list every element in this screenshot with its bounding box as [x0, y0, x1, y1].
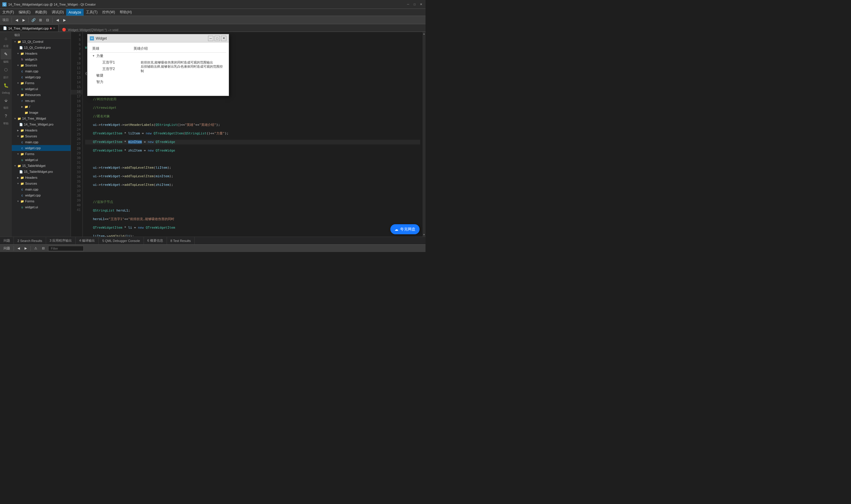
prev-issue-btn[interactable]: ◀	[16, 246, 21, 250]
sidebar-item-widget-cpp2[interactable]: c widget.cpp	[12, 145, 71, 151]
sidebar-item-headers1[interactable]: ▼ 📁 Headers	[12, 51, 71, 56]
label-widget-h: widget.h	[25, 58, 37, 61]
sidebar-item-widget-h[interactable]: h widget.h	[12, 56, 71, 62]
menu-tools[interactable]: 工具(T)	[84, 9, 100, 16]
sidebar-item-headers3[interactable]: ▶ 📁 Headers	[12, 175, 71, 180]
bottom-tab-search[interactable]: 2 Search Results	[14, 237, 46, 244]
filter-input[interactable]	[48, 246, 84, 251]
toolbar-fwd-btn[interactable]: ▶	[20, 17, 27, 23]
maximize-button[interactable]: □	[413, 2, 417, 6]
sidebar-item-headers2[interactable]: ▶ 📁 Headers	[12, 127, 71, 133]
minimize-button[interactable]: ─	[406, 2, 410, 6]
label-qt-control: 13_Qt_Control	[22, 40, 43, 43]
tab-icon: 📄	[3, 26, 7, 30]
close-button[interactable]: ✕	[419, 2, 423, 6]
dialog-row-hero2[interactable]: 王浩宇2 后排辅助法师,能够射出乳白色液体同时造成可观的范围控制	[90, 66, 227, 72]
bottom-tab-qml[interactable]: 5 QML Debugger Console	[99, 237, 144, 244]
toolbar-grid-btn[interactable]: ⊟	[44, 17, 51, 23]
sidebar-design[interactable]: ⬡	[1, 65, 11, 75]
sidebar-item-forms1[interactable]: ▼ 📁 Forms	[12, 80, 71, 86]
sidebar-item-widget-cpp1[interactable]: c widget.cpp	[12, 74, 71, 80]
bottom-tab-issues[interactable]: 问题	[0, 237, 14, 244]
sidebar-item-sources3[interactable]: ▼ 📁 Sources	[12, 180, 71, 186]
sidebar-item-widget-ui2[interactable]: u widget.ui	[12, 157, 71, 163]
sidebar-project[interactable]: ⬙	[1, 95, 11, 106]
sidebar-debug[interactable]: 🐛	[1, 80, 11, 91]
menu-debug[interactable]: 调试(D)	[49, 9, 66, 16]
dialog-col1-header: 英雄	[92, 46, 133, 51]
sidebar-item-image[interactable]: 📁 Image	[12, 110, 71, 115]
sidebar-item-tree-widget-pro[interactable]: 📄 14_Tree_Widget.pro	[12, 122, 71, 127]
sidebar-edit[interactable]: ✎	[1, 49, 11, 59]
tab-close-btn[interactable]: ✕	[53, 26, 55, 30]
cell-hero1-col1: 王浩宇1	[102, 60, 141, 65]
toolbar-link-btn[interactable]: 🔗	[30, 17, 37, 23]
sidebar-item-sources1[interactable]: ▼ 📁 Sources	[12, 62, 71, 68]
sidebar-welcome[interactable]: ⌂	[1, 33, 11, 44]
dialog-close-btn[interactable]: ✕	[221, 36, 227, 41]
sidebar-item-widget-ui3[interactable]: u widget.ui	[12, 204, 71, 210]
folder-headers1-icon: 📁	[20, 51, 24, 56]
label-tree-widget-pro: 14_Tree_Widget.pro	[24, 123, 53, 126]
toolbar-split-btn[interactable]: ⊞	[37, 17, 44, 23]
filter-toggle-btn[interactable]: ⊟	[41, 246, 46, 250]
issues-label[interactable]: 问题	[2, 246, 11, 251]
file-main-cpp2-icon: c	[20, 140, 24, 144]
sidebar-item-table-widget-pro[interactable]: 📄 15_TableWidget.pro	[12, 169, 71, 175]
dialog-row-zhili[interactable]: 智力	[90, 78, 227, 85]
menu-build[interactable]: 构建(B)	[33, 9, 49, 16]
menu-controls[interactable]: 控件(W)	[100, 9, 117, 16]
toolbar-next-btn[interactable]: ▶	[61, 17, 68, 23]
menu-file[interactable]: 文件(F)	[0, 9, 16, 16]
sidebar-item-main-cpp3[interactable]: c main.cpp	[12, 186, 71, 192]
sidebar-item-resources[interactable]: ▼ 📁 Resources	[12, 92, 71, 98]
widget-dialog[interactable]: W Widget ─ □ ✕ 英雄 英雄介绍 ▼ 力量	[87, 34, 229, 96]
dialog-row-liang[interactable]: ▼ 力量	[90, 53, 227, 59]
sidebar-item-widget-ui1[interactable]: u widget.ui	[12, 86, 71, 92]
sidebar-item-slash[interactable]: ▶ 📁 /	[12, 104, 71, 110]
sidebar-item-tree-widget[interactable]: ▼ 📁 14_Tree_Widget	[12, 115, 71, 122]
cell-hero2-col2: 后排辅助法师,能够射出乳白色液体同时造成可观的范围控制	[141, 65, 224, 73]
sidebar-item-qt-control-pro[interactable]: 📄 13_Qt_Control.pro	[12, 44, 71, 51]
toolbar-back-btn[interactable]: ◀	[13, 17, 20, 23]
sidebar-item-res-qrc[interactable]: r res.qrc	[12, 98, 71, 104]
warning-btn[interactable]: ⚠	[33, 246, 38, 250]
sidebar-item-sources2[interactable]: ▼ 📁 Sources	[12, 133, 71, 139]
bottom-tab-app-output[interactable]: 3 应用程序输出	[46, 237, 76, 244]
cell-minjie-col1: 敏捷	[96, 73, 135, 78]
folder-qt-control-icon: 📁	[17, 40, 21, 44]
sidebar-item-main-cpp2[interactable]: c main.cpp	[12, 139, 71, 145]
sidebar-item-forms3[interactable]: ▼ 📁 Forms	[12, 198, 71, 204]
menu-help[interactable]: 帮助(H)	[117, 9, 134, 16]
dialog-minimize-btn[interactable]: ─	[208, 36, 213, 41]
app-icon: Q	[2, 2, 6, 6]
bottom-tab-compile[interactable]: 4 编译输出	[76, 237, 99, 244]
tab-modified-dot	[50, 28, 52, 29]
sidebar-item-widget-cpp3[interactable]: c widget.cpp	[12, 192, 71, 198]
prev-icon: ◀	[17, 246, 20, 250]
toolbar-prev-btn[interactable]: ◀	[54, 17, 60, 23]
menu-analyze[interactable]: Analyze	[66, 9, 84, 16]
bottom-tab-test[interactable]: 8 Test Results	[167, 237, 195, 244]
bottom-tab-summary[interactable]: 6 概要信息	[144, 237, 167, 244]
arrow-sources2: ▼	[16, 135, 20, 138]
scroll-down-icon[interactable]: ▼	[423, 233, 425, 236]
scroll-up-icon[interactable]: ▲	[423, 33, 425, 35]
bottom-panel: 问题 2 Search Results 3 应用程序输出 4 编译输出 5 QM…	[0, 237, 426, 244]
toolbar-sep-3	[52, 17, 53, 23]
arrow-table-widget: ▼	[13, 165, 17, 167]
menu-edit[interactable]: 编辑(E)	[16, 9, 33, 16]
next-icon: ▶	[24, 246, 27, 250]
sidebar-item-table-widget[interactable]: ▼ 📁 15_TableWidget	[12, 163, 71, 169]
sidebar-item-forms2[interactable]: ▼ 📁 Forms	[12, 151, 71, 157]
kuake-float-btn[interactable]: ☁ 夸克网盘	[390, 224, 420, 234]
arrow-headers1: ▼	[16, 52, 20, 55]
file-tab-widget-cpp[interactable]: 📄 14_Tree_Widget/widget.cpp ✕	[0, 24, 58, 32]
sidebar-item-main-cpp1[interactable]: c main.cpp	[12, 68, 71, 74]
sidebar-help[interactable]: ?	[1, 110, 11, 121]
next-issue-btn[interactable]: ▶	[23, 246, 28, 250]
help-icon: ?	[5, 113, 7, 118]
sidebar-item-qt-control[interactable]: ▼ 📁 13_Qt_Control	[12, 39, 71, 44]
cell-hero2-col1: 王浩宇2	[102, 67, 141, 72]
dialog-maximize-btn[interactable]: □	[215, 36, 220, 41]
